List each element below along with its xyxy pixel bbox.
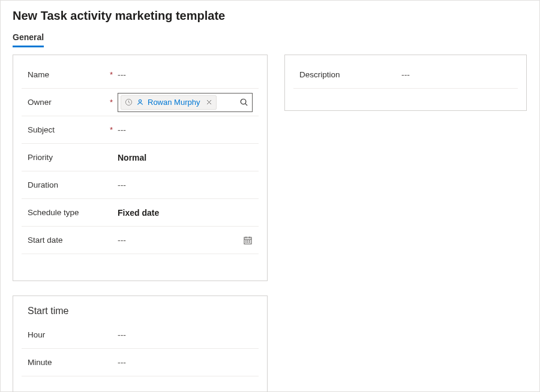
label-subject: Subject xyxy=(28,125,55,134)
start-time-card: Start time Hour --- Minute --- xyxy=(13,295,268,392)
label-hour: Hour xyxy=(28,330,45,339)
value-start-date[interactable]: --- xyxy=(118,236,253,245)
search-icon[interactable] xyxy=(239,98,248,107)
name-value: --- xyxy=(118,70,126,80)
label-description: Description xyxy=(299,70,340,79)
main-fields-card: Name * --- Owner * xyxy=(13,55,268,281)
label-cell-hour: Hour xyxy=(28,330,118,339)
row-owner[interactable]: Owner * xyxy=(22,89,259,116)
row-subject[interactable]: Subject * --- xyxy=(22,116,259,144)
owner-chip[interactable]: Rowan Murphy xyxy=(121,95,217,110)
label-duration: Duration xyxy=(28,180,58,189)
label-owner: Owner xyxy=(28,98,52,107)
row-name[interactable]: Name * --- xyxy=(22,61,259,89)
description-card: Description --- xyxy=(284,55,527,111)
label-cell-name: Name * xyxy=(28,70,118,79)
start-time-title: Start time xyxy=(28,306,259,316)
row-description[interactable]: Description --- xyxy=(293,61,518,89)
label-cell-owner: Owner * xyxy=(28,98,118,107)
value-owner: Rowan Murphy xyxy=(118,93,253,112)
label-cell-priority: Priority xyxy=(28,153,118,162)
value-duration[interactable]: --- xyxy=(118,180,253,190)
schedule-type-value: Fixed date xyxy=(118,208,159,218)
row-duration[interactable]: Duration --- xyxy=(22,171,259,199)
row-spacer xyxy=(22,254,259,272)
row-priority[interactable]: Priority Normal xyxy=(22,144,259,171)
tabs: General xyxy=(13,30,527,47)
value-minute[interactable]: --- xyxy=(118,358,253,367)
owner-chip-name: Rowan Murphy xyxy=(148,98,200,107)
svg-point-1 xyxy=(139,99,141,102)
subject-value: --- xyxy=(118,125,126,135)
row-start-date[interactable]: Start date --- xyxy=(22,227,259,254)
value-subject[interactable]: --- xyxy=(118,125,253,135)
label-cell-start-date: Start date xyxy=(28,236,118,245)
svg-point-2 xyxy=(241,99,246,104)
required-mark: * xyxy=(110,98,118,107)
label-minute: Minute xyxy=(28,358,52,367)
start-date-value: --- xyxy=(118,236,126,245)
value-name[interactable]: --- xyxy=(118,70,253,80)
clock-icon xyxy=(125,98,133,106)
row-minute[interactable]: Minute --- xyxy=(22,349,259,376)
page-container: New Task activity marketing template Gen… xyxy=(0,0,540,392)
label-priority: Priority xyxy=(28,153,53,162)
hour-value: --- xyxy=(118,330,126,340)
value-description[interactable]: --- xyxy=(401,70,512,80)
calendar-icon[interactable] xyxy=(243,236,253,245)
person-icon xyxy=(136,98,144,106)
right-column: Description --- xyxy=(284,55,527,125)
row-schedule-type[interactable]: Schedule type Fixed date xyxy=(22,199,259,227)
value-hour[interactable]: --- xyxy=(118,330,253,340)
row-spacer xyxy=(22,376,259,387)
close-icon[interactable] xyxy=(206,99,212,105)
description-value: --- xyxy=(401,70,410,80)
label-name: Name xyxy=(28,70,49,79)
label-cell-minute: Minute xyxy=(28,358,118,367)
minute-value: --- xyxy=(118,358,126,367)
value-priority[interactable]: Normal xyxy=(118,153,253,162)
left-column: Name * --- Owner * xyxy=(13,55,268,392)
label-cell-schedule-type: Schedule type xyxy=(28,208,118,217)
required-mark: * xyxy=(110,125,118,134)
value-schedule-type[interactable]: Fixed date xyxy=(118,208,253,218)
tab-general[interactable]: General xyxy=(13,30,44,47)
priority-value: Normal xyxy=(118,153,146,162)
duration-value: --- xyxy=(118,180,126,190)
owner-lookup[interactable]: Rowan Murphy xyxy=(118,93,253,112)
page-title: New Task activity marketing template xyxy=(13,9,527,23)
required-mark: * xyxy=(110,70,118,79)
label-start-date: Start date xyxy=(28,236,63,245)
columns: Name * --- Owner * xyxy=(13,55,527,392)
row-hour[interactable]: Hour --- xyxy=(22,321,259,349)
row-spacer xyxy=(293,89,518,102)
label-cell-description: Description xyxy=(299,70,401,79)
label-cell-duration: Duration xyxy=(28,180,118,189)
label-cell-subject: Subject * xyxy=(28,125,118,134)
label-schedule-type: Schedule type xyxy=(28,208,79,217)
